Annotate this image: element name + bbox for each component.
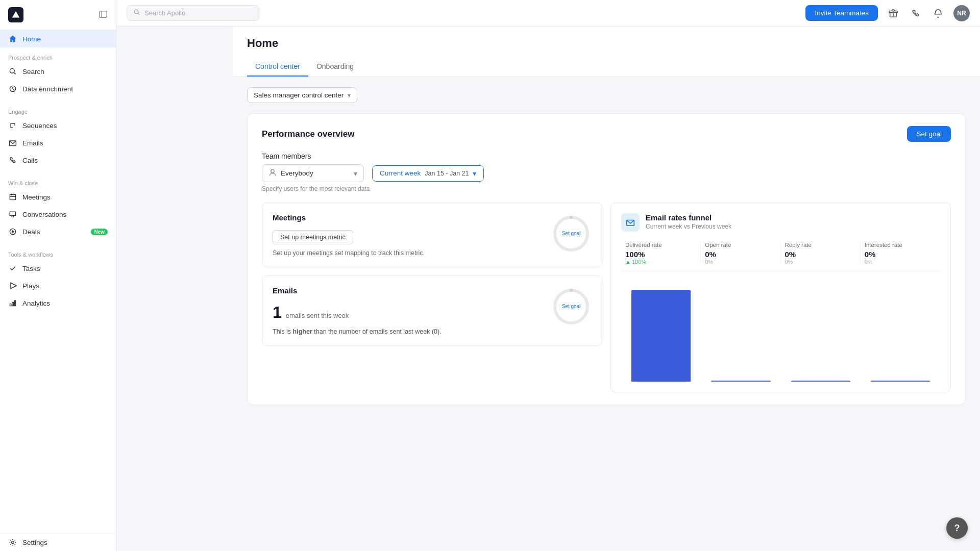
funnel-interested: Interested rate 0% 0% [861,242,940,265]
delivered-value: 100% [625,250,696,259]
left-metrics: Meetings Set goal [262,203,602,392]
reply-value: 0% [785,250,856,259]
performance-header: Performance overview Set goal [262,126,951,142]
invite-teammates-button[interactable]: Invite Teammates [805,5,878,21]
sidebar-item-deals[interactable]: Deals New [0,223,116,240]
setup-meetings-button[interactable]: Set up meetings metric [273,230,353,244]
emails-metric-card: Emails Set goal [262,276,602,346]
meetings-goal-label[interactable]: Set goal [562,230,581,237]
sidebar-home-label: Home [22,35,41,43]
page-title: Home [247,37,966,50]
search-icon [133,9,140,17]
sidebar-item-data-enrichment[interactable]: Data enrichment [0,80,116,97]
meetings-card-title: Meetings [273,213,592,222]
svg-rect-14 [12,302,13,306]
page-header: Home Control center Onboarding [233,27,980,77]
meetings-circle: Set goal [551,213,592,254]
emails-goal-label[interactable]: Set goal [562,303,581,310]
emails-count: 1 [273,303,282,322]
svg-line-18 [138,13,139,15]
svg-point-16 [12,541,14,544]
open-value: 0% [705,250,776,259]
sidebar-item-analytics[interactable]: Analytics [0,294,116,312]
emails-circle: Set goal [551,286,592,327]
svg-rect-15 [14,300,15,306]
funnel-reply: Reply rate 0% 0% [781,242,861,265]
sidebar-item-emails[interactable]: Emails [0,134,116,152]
enrichment-icon [8,84,17,93]
funnel-bar-reply [781,280,861,382]
sidebar-logo [0,0,116,30]
analytics-icon [8,298,17,308]
meetings-icon [8,192,17,202]
bar-reply [791,381,850,382]
settings-icon [8,538,17,547]
set-goal-button[interactable]: Set goal [907,126,951,142]
home-icon [8,34,17,43]
funnel-bar-interested [861,280,940,382]
date-range-button[interactable]: Current week Jan 15 - Jan 21 ▾ [372,165,484,182]
sidebar-meetings-label: Meetings [22,193,51,201]
tab-onboarding[interactable]: Onboarding [308,57,362,77]
sidebar-item-conversations[interactable]: Conversations [0,206,116,223]
funnel-title-area: Email rates funnel Current week vs Previ… [646,213,731,230]
svg-marker-0 [12,11,19,18]
funnel-rates: Delivered rate 100% ▲ 100% Open rate 0% … [621,242,940,271]
svg-rect-1 [100,11,107,17]
sidebar-toggle-icon[interactable] [99,10,108,20]
calls-icon [8,156,17,165]
sidebar-deals-label: Deals [22,228,40,236]
sidebar-section-tools-label: Tools & workflows [0,248,116,260]
sidebar-item-meetings[interactable]: Meetings [0,188,116,206]
view-dropdown-label: Sales manager control center [254,91,344,99]
email-funnel-card: Email rates funnel Current week vs Previ… [610,203,951,392]
sidebar-item-calls[interactable]: Calls [0,152,116,169]
bell-icon[interactable] [931,6,945,20]
member-chevron-icon: ▾ [354,169,357,178]
sidebar-bottom: Settings [0,533,116,551]
sidebar-item-tasks[interactable]: Tasks [0,260,116,277]
sidebar-item-home[interactable]: Home [0,30,116,47]
delivered-prev: ▲ 100% [625,259,696,265]
topbar: Invite Teammates NR [116,0,980,27]
sidebar-conversations-label: Conversations [22,211,66,218]
open-label: Open rate [705,242,776,248]
funnel-chart [621,280,940,382]
avatar[interactable]: NR [953,5,970,21]
bar-delivered [631,290,691,382]
svg-line-4 [14,72,16,74]
sidebar-plays-label: Plays [22,282,39,290]
tab-control-center[interactable]: Control center [247,57,308,77]
funnel-delivered: Delivered rate 100% ▲ 100% [621,242,701,265]
view-dropdown[interactable]: Sales manager control center ▾ [247,87,357,103]
chevron-down-icon: ▾ [348,92,351,99]
sidebar-item-plays[interactable]: Plays [0,277,116,294]
emails-count-suffix: emails sent this week [286,312,349,319]
sidebar: Home Prospect & enrich Search Data enric… [0,0,116,551]
sidebar-settings-label: Settings [22,539,47,546]
sidebar-tasks-label: Tasks [22,265,40,272]
higher-bold: higher [293,328,312,335]
member-icon [268,168,277,178]
sidebar-item-search[interactable]: Search [0,63,116,80]
help-button[interactable]: ? [946,517,968,539]
gift-icon[interactable] [886,6,900,20]
phone-icon[interactable] [909,6,923,20]
emails-card-title: Emails [273,286,592,295]
svg-point-17 [134,10,138,14]
svg-point-3 [10,68,14,73]
metrics-grid: Meetings Set goal [262,203,951,392]
interested-prev: 0% [865,259,936,265]
search-box[interactable] [127,5,259,21]
member-select-dropdown[interactable]: Everybody ▾ [262,164,364,182]
bar-open [711,381,770,382]
sidebar-section-prospect: Prospect & enrich Search Data enrichment [0,47,116,102]
search-input[interactable] [144,9,253,17]
app-logo[interactable] [8,7,23,22]
sidebar-item-sequences[interactable]: Sequences [0,117,116,134]
search-icon [8,67,17,76]
tabs: Control center Onboarding [247,57,966,77]
sidebar-item-settings[interactable]: Settings [0,534,116,551]
emails-count-line: 1 emails sent this week [273,303,592,324]
emails-icon [8,138,17,147]
